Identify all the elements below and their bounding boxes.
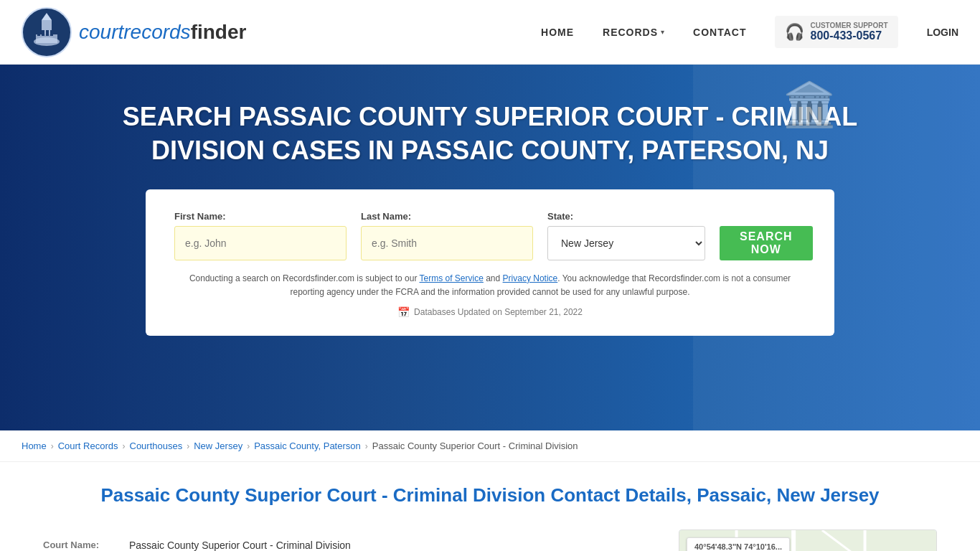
- last-name-input[interactable]: [361, 226, 533, 260]
- content-grid: Court Name: Passaic County Superior Cour…: [43, 529, 937, 551]
- breadcrumb-sep-3: ›: [187, 441, 189, 451]
- section-title: Passaic County Superior Court - Criminal…: [43, 484, 937, 508]
- svg-rect-5: [37, 30, 40, 36]
- nav-contact[interactable]: CONTACT: [693, 27, 746, 38]
- map-info-box: 40°54'48.3"N 74°10'16... View larger map: [687, 537, 790, 551]
- breadcrumb-new-jersey[interactable]: New Jersey: [194, 441, 242, 451]
- logo-text: courtrecordsfinder: [79, 21, 246, 44]
- nav-records[interactable]: RECORDS ▾: [603, 27, 664, 38]
- svg-rect-6: [42, 30, 44, 36]
- map-placeholder: 40°54'48.3"N 74°10'16... View larger map…: [679, 530, 936, 551]
- breadcrumb-home[interactable]: Home: [22, 441, 47, 451]
- nav-records-link[interactable]: RECORDS: [603, 27, 658, 38]
- db-update: 📅 Databases Updated on September 21, 202…: [174, 306, 806, 318]
- last-name-label: Last Name:: [361, 211, 533, 222]
- court-name-value: Passaic County Superior Court - Criminal…: [129, 540, 351, 551]
- court-name-row: Court Name: Passaic County Superior Cour…: [43, 529, 650, 551]
- court-name-label: Court Name:: [43, 540, 129, 550]
- state-group: State: New Jersey Alabama Alaska Arizona…: [547, 211, 705, 260]
- first-name-input[interactable]: [174, 226, 347, 260]
- search-fields: First Name: Last Name: State: New Jersey…: [174, 211, 806, 260]
- headset-icon: 🎧: [785, 23, 804, 42]
- breadcrumb-sep-5: ›: [365, 441, 368, 451]
- map-panel: 40°54'48.3"N 74°10'16... View larger map…: [679, 529, 937, 551]
- main-nav: HOME RECORDS ▾ CONTACT 🎧 CUSTOMER SUPPOR…: [541, 16, 958, 48]
- header: courtrecordsfinder HOME RECORDS ▾ CONTAC…: [0, 0, 980, 65]
- state-select[interactable]: New Jersey Alabama Alaska Arizona Califo…: [547, 226, 705, 260]
- breadcrumb: Home › Court Records › Courthouses › New…: [0, 430, 980, 462]
- search-disclaimer: Conducting a search on Recordsfinder.com…: [174, 272, 806, 299]
- logo-area: courtrecordsfinder: [22, 7, 246, 57]
- svg-rect-8: [50, 30, 53, 36]
- breadcrumb-current: Passaic County Superior Court - Criminal…: [372, 441, 578, 451]
- logo-icon: [22, 7, 72, 57]
- breadcrumb-court-records[interactable]: Court Records: [58, 441, 118, 451]
- support-text: CUSTOMER SUPPORT 800-433-0567: [810, 22, 887, 42]
- support-box: 🎧 CUSTOMER SUPPORT 800-433-0567: [775, 16, 897, 48]
- db-update-text: Databases Updated on September 21, 2022: [414, 307, 583, 317]
- breadcrumb-sep-2: ›: [123, 441, 126, 451]
- breadcrumb-sep-4: ›: [247, 441, 250, 451]
- hero-title: SEARCH PASSAIC COUNTY SUPERIOR COURT - C…: [95, 100, 885, 168]
- info-panel: Court Name: Passaic County Superior Cour…: [43, 529, 650, 551]
- state-label: State:: [547, 211, 705, 222]
- breadcrumb-passaic-paterson[interactable]: Passaic County, Paterson: [254, 441, 361, 451]
- last-name-group: Last Name:: [361, 211, 533, 260]
- main-content: Passaic County Superior Court - Criminal…: [0, 462, 980, 551]
- breadcrumb-courthouses[interactable]: Courthouses: [130, 441, 183, 451]
- search-box: First Name: Last Name: State: New Jersey…: [146, 189, 834, 336]
- chevron-down-icon: ▾: [661, 28, 664, 36]
- hero-section: 🏛️ SEARCH PASSAIC COUNTY SUPERIOR COURT …: [0, 65, 980, 430]
- support-number: 800-433-0567: [810, 29, 887, 42]
- breadcrumb-sep-1: ›: [51, 441, 54, 451]
- nav-home[interactable]: HOME: [541, 27, 574, 38]
- map-coords: 40°54'48.3"N 74°10'16...: [694, 542, 782, 551]
- calendar-icon: 📅: [397, 306, 410, 318]
- support-label: CUSTOMER SUPPORT: [810, 22, 887, 29]
- privacy-link[interactable]: Privacy Notice: [503, 273, 558, 283]
- login-button[interactable]: LOGIN: [927, 27, 958, 38]
- map-container: 40°54'48.3"N 74°10'16... View larger map…: [679, 529, 937, 551]
- tos-link[interactable]: Terms of Service: [420, 273, 484, 283]
- svg-rect-7: [46, 30, 49, 36]
- first-name-group: First Name:: [174, 211, 347, 260]
- search-button[interactable]: SEARCH NOW: [720, 226, 813, 260]
- flag-icon: 🏛️: [783, 79, 837, 130]
- first-name-label: First Name:: [174, 211, 347, 222]
